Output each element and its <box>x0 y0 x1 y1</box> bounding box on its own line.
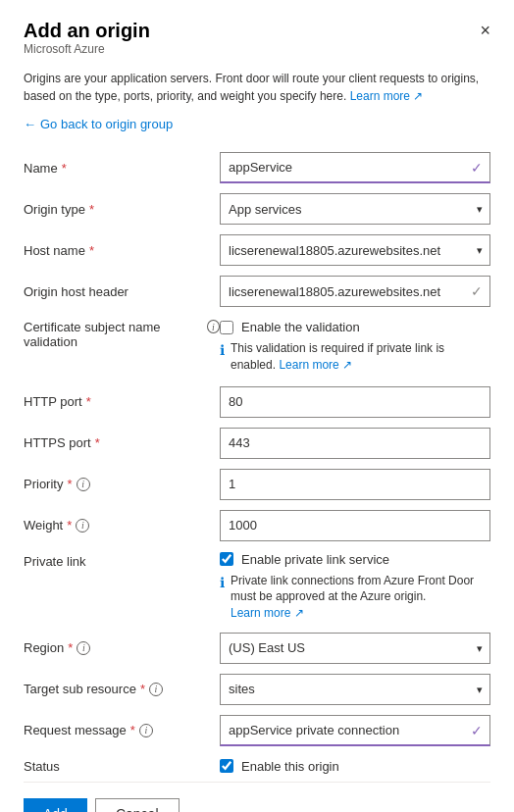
back-link[interactable]: ← Go back to origin group <box>24 117 490 131</box>
name-input-wrapper: ✓ <box>220 152 490 183</box>
request-message-input[interactable] <box>220 715 490 746</box>
status-field: Enable this origin <box>220 751 490 782</box>
http-port-label: HTTP port * <box>24 381 220 423</box>
origin-type-required: * <box>89 202 94 217</box>
region-select[interactable]: (US) East US (US) West US (EU) West Euro… <box>220 633 490 664</box>
request-message-input-wrapper: ✓ <box>220 715 490 746</box>
cert-info-blue-icon: ℹ <box>220 341 225 374</box>
panel-header: Add an origin Microsoft Azure × <box>24 20 490 68</box>
private-link-info-row: ℹ Private link connections from Azure Fr… <box>220 573 490 622</box>
cert-info-text: This validation is required if private l… <box>231 340 490 374</box>
host-name-label: Host name * <box>24 229 220 271</box>
form-grid: Name * ✓ Origin type * App services Stor… <box>24 147 490 782</box>
region-required: * <box>68 640 73 655</box>
priority-info-icon[interactable]: i <box>77 478 90 491</box>
panel-subtitle: Microsoft Azure <box>24 42 150 56</box>
request-message-field: ✓ <box>220 710 490 751</box>
host-name-field: licserenewal18805.azurewebsites.net ▾ <box>220 229 490 271</box>
priority-field <box>220 464 490 505</box>
cert-info-icon[interactable]: i <box>207 320 220 333</box>
status-label: Status <box>24 751 220 782</box>
origin-type-select-wrapper: App services Storage (Azure Blob) Cloud … <box>220 193 490 225</box>
priority-input[interactable] <box>220 469 490 500</box>
panel: Add an origin Microsoft Azure × Origins … <box>0 0 514 812</box>
origin-type-field: App services Storage (Azure Blob) Cloud … <box>220 188 490 229</box>
status-checkbox-label: Enable this origin <box>241 759 339 774</box>
request-message-info-icon[interactable]: i <box>139 724 153 737</box>
name-check-icon: ✓ <box>471 160 483 176</box>
name-required: * <box>62 161 67 176</box>
status-checkbox[interactable] <box>220 759 233 773</box>
target-sub-resource-select[interactable]: sites blob web <box>220 674 490 705</box>
target-sub-resource-select-wrapper: sites blob web ▾ <box>220 674 490 705</box>
panel-title: Add an origin <box>24 20 150 42</box>
cert-info-row: ℹ This validation is required if private… <box>220 340 490 374</box>
region-select-wrapper: (US) East US (US) West US (EU) West Euro… <box>220 633 490 664</box>
request-message-check-icon: ✓ <box>471 723 483 738</box>
cert-label: Certificate subject name validation i <box>24 312 220 381</box>
origin-host-header-label: Origin host header <box>24 271 220 312</box>
cert-checkbox-label: Enable the validation <box>241 320 360 334</box>
origin-host-header-field: ✓ <box>220 271 490 312</box>
name-input[interactable] <box>220 152 490 183</box>
name-field: ✓ <box>220 147 490 188</box>
weight-field <box>220 505 490 546</box>
private-link-info-text: Private link connections from Azure Fron… <box>231 573 490 622</box>
https-port-input[interactable] <box>220 428 490 459</box>
host-name-select-wrapper: licserenewal18805.azurewebsites.net ▾ <box>220 234 490 266</box>
footer: Add Cancel <box>24 782 490 812</box>
origin-host-header-input[interactable] <box>220 276 490 307</box>
private-link-checkbox-row: Enable private link service <box>220 552 490 567</box>
cancel-button[interactable]: Cancel <box>95 798 180 812</box>
https-port-required: * <box>95 435 100 450</box>
cert-checkbox-row: Enable the validation <box>220 320 490 334</box>
cert-checkbox[interactable] <box>220 321 233 334</box>
host-name-required: * <box>89 243 94 258</box>
request-message-required: * <box>130 723 135 737</box>
back-arrow-icon: ← <box>24 117 36 131</box>
target-sub-resource-field: sites blob web ▾ <box>220 669 490 710</box>
private-link-content: Enable private link service ℹ Private li… <box>220 546 490 628</box>
private-link-checkbox-label: Enable private link service <box>241 552 389 567</box>
https-port-label: HTTPS port * <box>24 423 220 464</box>
cert-learn-more-link[interactable]: Learn more ↗ <box>279 358 352 372</box>
region-info-icon[interactable]: i <box>77 641 90 655</box>
private-link-label: Private link <box>24 546 220 628</box>
origin-type-select[interactable]: App services Storage (Azure Blob) Cloud … <box>220 193 490 225</box>
host-name-select[interactable]: licserenewal18805.azurewebsites.net <box>220 234 490 266</box>
private-link-checkbox[interactable] <box>220 552 233 566</box>
http-port-input[interactable] <box>220 386 490 418</box>
learn-more-link-top[interactable]: Learn more ↗ <box>350 89 424 103</box>
weight-label: Weight * i <box>24 505 220 546</box>
target-sub-resource-info-icon[interactable]: i <box>149 683 163 696</box>
weight-input[interactable] <box>220 510 490 541</box>
priority-label: Priority * i <box>24 464 220 505</box>
region-label: Region * i <box>24 628 220 669</box>
close-button[interactable]: × <box>480 22 490 39</box>
weight-info-icon[interactable]: i <box>76 519 89 533</box>
priority-required: * <box>67 477 72 491</box>
origin-host-header-check-icon: ✓ <box>471 283 483 299</box>
target-sub-resource-required: * <box>140 682 145 696</box>
cert-content: Enable the validation ℹ This validation … <box>220 312 490 381</box>
http-port-required: * <box>86 394 91 409</box>
name-label: Name * <box>24 147 220 188</box>
add-button[interactable]: Add <box>24 798 87 812</box>
origin-host-header-input-wrapper: ✓ <box>220 276 490 307</box>
panel-description: Origins are your application servers. Fr… <box>24 70 490 105</box>
origin-type-label: Origin type * <box>24 188 220 229</box>
region-field: (US) East US (US) West US (EU) West Euro… <box>220 628 490 669</box>
weight-required: * <box>67 518 72 533</box>
private-link-learn-more-link[interactable]: Learn more ↗ <box>231 606 304 620</box>
target-sub-resource-label: Target sub resource * i <box>24 669 220 710</box>
private-link-info-icon: ℹ <box>220 574 225 622</box>
http-port-field <box>220 381 490 423</box>
https-port-field <box>220 423 490 464</box>
request-message-label: Request message * i <box>24 710 220 751</box>
